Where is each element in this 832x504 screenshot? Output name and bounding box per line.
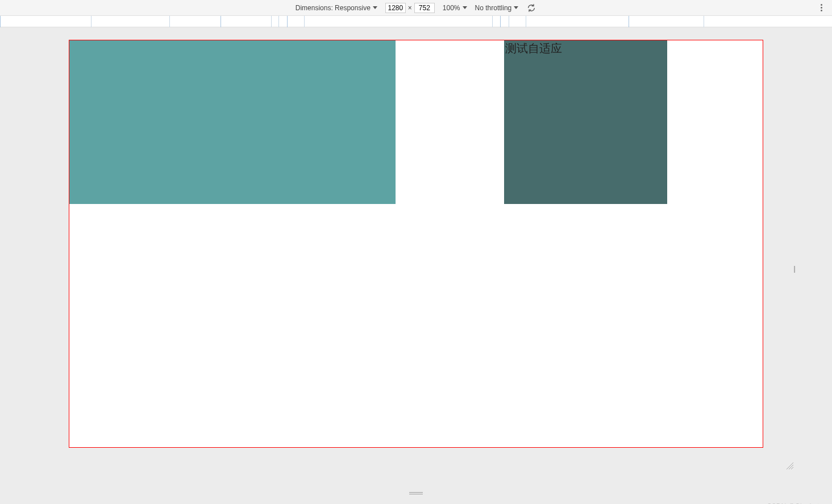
ruler-tick	[271, 16, 272, 27]
ruler-tick	[287, 16, 288, 27]
height-input[interactable]	[414, 3, 435, 13]
content-block-b: 测试自适应	[504, 40, 667, 204]
resize-handle-corner[interactable]	[785, 461, 793, 472]
device-toolbar: Dimensions: Responsive × 100% No throttl…	[0, 0, 832, 16]
panel-drag-bar[interactable]	[0, 488, 832, 498]
chevron-down-icon	[514, 6, 518, 9]
ruler-tick	[91, 16, 91, 27]
ruler-tick	[221, 16, 221, 27]
width-input[interactable]	[385, 3, 406, 13]
resize-handle-right[interactable]: ||	[791, 260, 797, 277]
ruler-tick	[526, 16, 526, 27]
drag-grip-icon	[409, 492, 423, 494]
watermark-bar: CSDN @Ghmin！	[0, 498, 832, 504]
viewport-area: 测试自适应 ||	[0, 27, 832, 488]
dimensions-dropdown[interactable]: Dimensions: Responsive	[296, 4, 377, 12]
ruler-tick	[169, 16, 170, 27]
zoom-dropdown[interactable]: 100%	[443, 4, 467, 12]
ruler-tick	[704, 16, 704, 27]
device-frame: 测试自适应	[69, 40, 763, 448]
ruler-tick	[509, 16, 509, 27]
content-block-a	[69, 40, 396, 204]
throttling-label: No throttling	[475, 4, 512, 12]
block-b-text: 测试自适应	[505, 42, 562, 55]
ruler-tick	[629, 16, 629, 27]
toolbar-inner: Dimensions: Responsive × 100% No throttl…	[296, 3, 536, 13]
more-options-button[interactable]	[816, 2, 826, 13]
zoom-label: 100%	[443, 4, 460, 12]
chevron-down-icon	[463, 6, 467, 9]
watermark-text: CSDN @Ghmin！	[767, 502, 822, 505]
ruler-tick	[278, 16, 279, 27]
ruler-tick	[0, 16, 1, 27]
dimension-inputs: ×	[385, 3, 435, 13]
ruler-tick	[304, 16, 305, 27]
chevron-down-icon	[373, 6, 377, 9]
dimension-separator: ×	[408, 4, 412, 12]
breakpoint-ruler[interactable]	[0, 16, 832, 27]
ruler-tick	[500, 16, 501, 27]
dimensions-label: Dimensions: Responsive	[296, 4, 371, 12]
ruler-tick	[492, 16, 493, 27]
rotate-icon[interactable]	[526, 3, 536, 13]
throttling-dropdown[interactable]: No throttling	[475, 4, 519, 12]
